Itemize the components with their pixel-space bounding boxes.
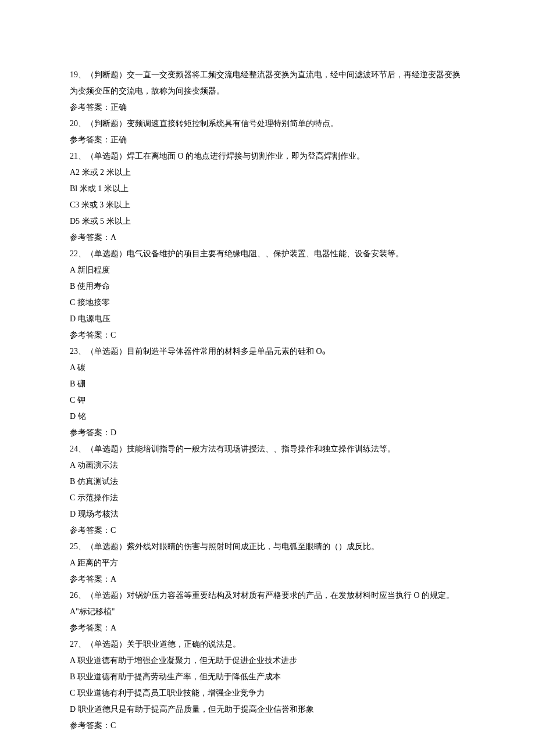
question-text: 22、（单选题）电气设备维护的项目主要有绝缘电阻、、保护装置、电器性能、设备安装… bbox=[70, 246, 465, 262]
answer-text: 参考答案：C bbox=[70, 327, 465, 343]
question-option: A 新旧程度 bbox=[70, 262, 465, 278]
question-option: Bl 米或 1 米以上 bbox=[70, 181, 465, 197]
question-option: D5 米或 5 米以上 bbox=[70, 213, 465, 230]
question-option: C 职业道德有利于提高员工职业技能，增强企业竞争力 bbox=[70, 685, 465, 701]
question-option: C 示范操作法 bbox=[70, 490, 465, 506]
question-option: B 使用寿命 bbox=[70, 278, 465, 295]
question-option: B 仿真测试法 bbox=[70, 474, 465, 490]
question-option: B 硼 bbox=[70, 376, 465, 392]
answer-text: 参考答案：正确 bbox=[70, 99, 465, 116]
question-option: A 动画演示法 bbox=[70, 457, 465, 474]
question-text: 26、（单选题）对锅炉压力容器等重要结构及对材质有严格要求的产品，在发放材料时应… bbox=[70, 587, 465, 604]
answer-text: 参考答案：A bbox=[70, 620, 465, 636]
question-text: 19、（判断题）交一直一交变频器将工频交流电经整流器变换为直流电，经中间滤波环节… bbox=[70, 67, 465, 99]
answer-text: 参考答案：D bbox=[70, 425, 465, 441]
question-text: 20、（判断题）变频调速直接转矩控制系统具有信号处理特别简单的特点。 bbox=[70, 116, 465, 132]
question-option: A 职业道德有助于增强企业凝聚力，但无助于促进企业技术进步 bbox=[70, 653, 465, 669]
answer-text: 参考答案：A bbox=[70, 230, 465, 246]
question-text: 24、（单选题）技能培训指导的一般方法有现场讲授法、、指导操作和独立操作训练法等… bbox=[70, 441, 465, 457]
question-option: C3 米或 3 米以上 bbox=[70, 197, 465, 213]
question-option: A"标记移植" bbox=[70, 604, 465, 620]
answer-text: 参考答案：正确 bbox=[70, 132, 465, 148]
question-text: 23、（单选题）目前制造半导体器件常用的材料多是单晶元素的硅和 Oₒ bbox=[70, 343, 465, 360]
question-option: C 钾 bbox=[70, 392, 465, 409]
question-option: A 碳 bbox=[70, 360, 465, 376]
question-text: 27、（单选题）关于职业道德，正确的说法是。 bbox=[70, 636, 465, 653]
question-option: D 铭 bbox=[70, 409, 465, 425]
question-option: D 职业道德只是有助于提高产品质量，但无助于提高企业信誉和形象 bbox=[70, 701, 465, 718]
question-option: A2 米或 2 米以上 bbox=[70, 164, 465, 181]
answer-text: 参考答案：C bbox=[70, 718, 465, 734]
question-option: A 距离的平方 bbox=[70, 555, 465, 571]
question-text: 21、（单选题）焊工在离地面 O 的地点进行焊接与切割作业，即为登高焊割作业。 bbox=[70, 148, 465, 164]
question-option: D 电源电压 bbox=[70, 311, 465, 327]
question-option: C 接地接零 bbox=[70, 295, 465, 311]
question-option: B 职业道德有助于提高劳动生产率，但无助于降低生产成本 bbox=[70, 669, 465, 685]
question-text: 25、（单选题）紫外线对眼睛的伤害与照射时间成正比，与电弧至眼睛的（）成反比。 bbox=[70, 539, 465, 555]
question-option: D 现场考核法 bbox=[70, 506, 465, 522]
answer-text: 参考答案：A bbox=[70, 571, 465, 587]
answer-text: 参考答案：C bbox=[70, 522, 465, 539]
